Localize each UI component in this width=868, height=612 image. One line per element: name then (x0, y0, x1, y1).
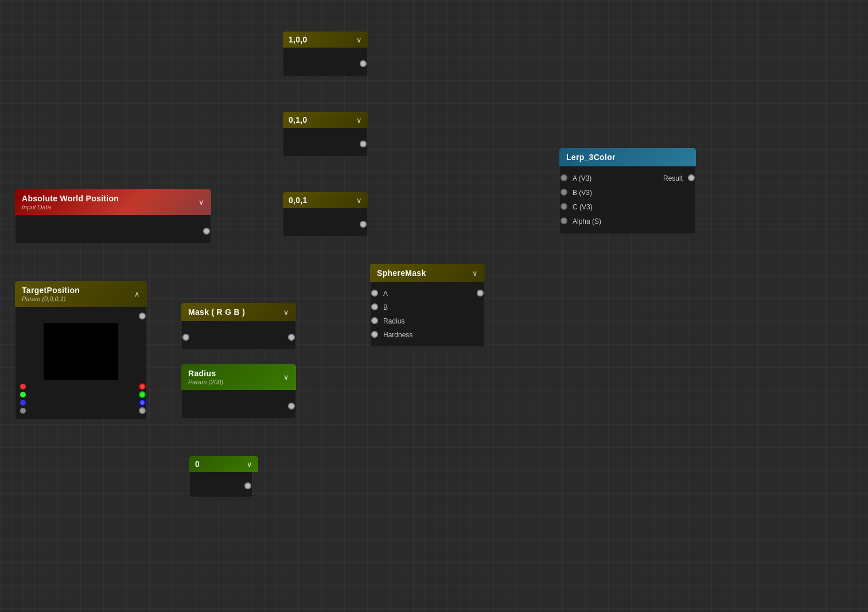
lerp-label-b: B (V3) (573, 189, 592, 197)
output-port-zero[interactable] (244, 482, 251, 489)
node-sphere-body: A B Radius Hardness (370, 282, 485, 347)
node-tp-body (15, 307, 147, 420)
node-awp-subtitle: Input Data (22, 204, 119, 211)
node-sphere-title: SphereMask (377, 268, 426, 278)
lerp-label-c: C (V3) (573, 203, 593, 211)
node-awp-title: Absolute World Position (22, 194, 119, 203)
node-awp[interactable]: Absolute World Position Input Data ∨ (15, 189, 211, 244)
chevron-down-icon[interactable]: ∨ (356, 36, 362, 44)
sphere-label-hardness: Hardness (383, 331, 412, 339)
chevron-down-icon-3[interactable]: ∨ (356, 196, 362, 205)
lerp-label-alpha: Alpha (S) (573, 217, 601, 225)
node-awp-header: Absolute World Position Input Data ∨ (15, 189, 211, 215)
chevron-down-icon-radius[interactable]: ∨ (283, 373, 289, 381)
input-port-sphere-a[interactable] (371, 290, 378, 297)
output-port-mask[interactable] (288, 334, 295, 341)
output-port-tp-r[interactable] (139, 383, 146, 390)
node-color-001-header: 0,0,1 ∨ (283, 192, 368, 208)
chevron-down-icon-zero[interactable]: ∨ (247, 460, 252, 469)
node-mask-title: Mask ( R G B ) (188, 307, 245, 317)
node-radius-header: Radius Param (200) ∨ (181, 364, 296, 390)
sphere-label-a: A (383, 290, 388, 298)
node-tp-subtitle: Param (0,0,0,1) (22, 295, 80, 302)
node-zero-body (189, 472, 252, 497)
node-zero[interactable]: 0 ∨ (189, 456, 252, 497)
node-color-010-body (283, 128, 368, 157)
tp-row-r (20, 383, 142, 391)
input-port-lerp-b[interactable] (560, 189, 567, 196)
output-port-awp[interactable] (203, 228, 210, 235)
node-tp-title: TargetPosition (22, 286, 80, 295)
sphere-label-b: B (383, 303, 388, 311)
chevron-down-icon-sphere[interactable]: ∨ (472, 269, 478, 278)
node-lerp-body: A (V3) Result B (V3) C (V3) Alpha (S) (559, 166, 696, 234)
node-mask-header: Mask ( R G B ) ∨ (181, 303, 296, 321)
output-port-color-010[interactable] (360, 141, 367, 147)
input-port-lerp-a[interactable] (560, 174, 567, 181)
node-mask-body (181, 321, 296, 350)
node-radius-title: Radius (188, 369, 223, 378)
sphere-port-row-hardness: Hardness (375, 329, 480, 341)
node-color-001[interactable]: 0,0,1 ∨ (283, 192, 368, 237)
tp-dot-green (20, 392, 26, 397)
node-mask[interactable]: Mask ( R G B ) ∨ (181, 303, 296, 350)
output-port-sphere[interactable] (477, 290, 484, 297)
node-lerp-title: Lerp_3Color (566, 153, 616, 162)
input-port-lerp-c[interactable] (560, 203, 567, 210)
output-port-tp-b[interactable] (139, 399, 146, 406)
chevron-up-icon-tp[interactable]: ∧ (134, 290, 140, 298)
tp-dot-red (20, 384, 26, 389)
output-port-color-100[interactable] (360, 60, 367, 67)
node-zero-title: 0 (195, 459, 200, 469)
node-radius-subtitle: Param (200) (188, 379, 223, 385)
chevron-down-icon-awp[interactable]: ∨ (198, 198, 204, 206)
node-canvas: 1,0,0 ∨ 0,1,0 ∨ 0,0,1 ∨ (0, 0, 868, 612)
lerp-port-row-c: C (V3) (565, 201, 691, 213)
node-color-100[interactable]: 1,0,0 ∨ (283, 32, 368, 76)
input-port-lerp-alpha[interactable] (560, 217, 567, 224)
node-color-010-title: 0,1,0 (289, 115, 308, 124)
sphere-port-row-radius: Radius (375, 315, 480, 327)
node-lerp-header: Lerp_3Color (559, 148, 696, 166)
node-color-010[interactable]: 0,1,0 ∨ (283, 112, 368, 157)
node-lerp3color[interactable]: Lerp_3Color A (V3) Result B (V3) (559, 148, 696, 234)
node-radius[interactable]: Radius Param (200) ∨ (181, 364, 296, 419)
output-port-tp-g[interactable] (139, 391, 146, 398)
tp-dot-gray (20, 408, 26, 414)
output-port-radius[interactable] (288, 403, 295, 410)
input-port-sphere-hardness[interactable] (371, 331, 378, 338)
connections-svg (0, 0, 172, 86)
output-port-tp-a[interactable] (139, 407, 146, 414)
node-sphere-mask[interactable]: SphereMask ∨ A B Radius Hardne (370, 264, 485, 347)
input-port-sphere-radius[interactable] (371, 317, 378, 324)
lerp-label-result: Result (663, 174, 683, 182)
tp-row-g (20, 391, 142, 399)
sphere-port-row-a: A (375, 288, 480, 299)
chevron-down-icon-2[interactable]: ∨ (356, 116, 362, 124)
lerp-port-row-a: A (V3) Result (565, 173, 691, 184)
output-port-tp[interactable] (139, 313, 146, 319)
tp-row-a (20, 407, 142, 415)
lerp-port-row-b: B (V3) (565, 187, 691, 198)
output-port-color-001[interactable] (360, 221, 367, 228)
sphere-port-row-b: B (375, 302, 480, 313)
tp-color-preview (44, 323, 118, 380)
output-port-lerp-result[interactable] (688, 174, 695, 181)
input-port-mask[interactable] (182, 334, 189, 341)
chevron-down-icon-mask[interactable]: ∨ (283, 308, 289, 317)
node-sphere-header: SphereMask ∨ (370, 264, 485, 282)
node-color-100-title: 1,0,0 (289, 35, 308, 44)
node-color-100-body (283, 48, 368, 76)
tp-dot-blue (20, 400, 26, 406)
input-port-sphere-b[interactable] (371, 303, 378, 310)
node-awp-body (15, 215, 211, 244)
node-color-001-title: 0,0,1 (289, 196, 308, 205)
node-color-001-body (283, 208, 368, 237)
lerp-label-a: A (V3) (573, 174, 591, 182)
node-radius-body (181, 390, 296, 419)
node-target-position[interactable]: TargetPosition Param (0,0,0,1) ∧ (15, 281, 147, 420)
tp-row-b (20, 399, 142, 407)
lerp-port-row-alpha: Alpha (S) (565, 216, 691, 227)
node-color-010-header: 0,1,0 ∨ (283, 112, 368, 128)
node-color-100-header: 1,0,0 ∨ (283, 32, 368, 48)
